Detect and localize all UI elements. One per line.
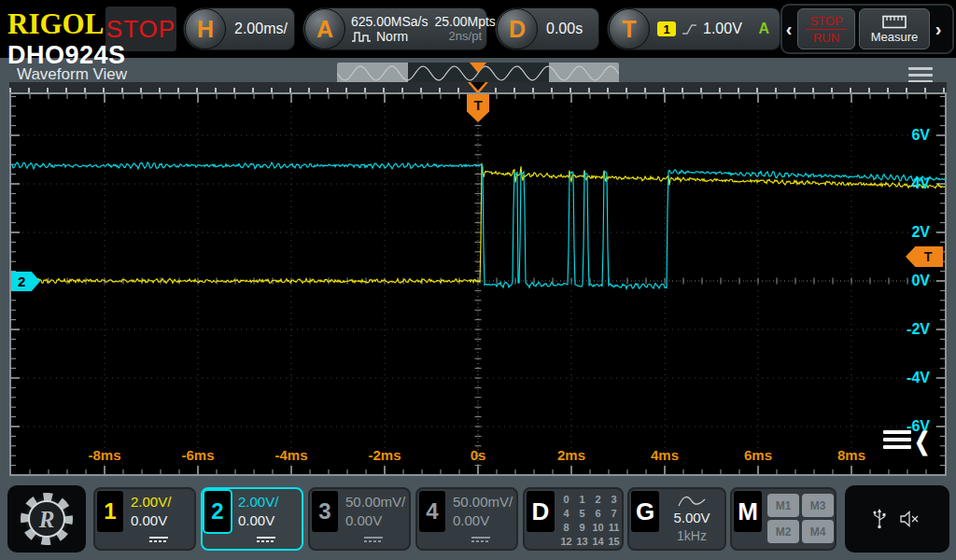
math-m3-button[interactable]: M3 [802, 494, 834, 517]
digital-channel-grid: 0123 4567 891011 12131415 [558, 493, 622, 548]
waveform-canvas [11, 94, 945, 474]
speaker-muted-icon [900, 511, 922, 527]
overview-trigger-marker-icon [470, 63, 486, 73]
channel-3-number: 3 [312, 491, 338, 532]
memory-depth: 25.00Mpts [435, 14, 496, 29]
x-axis-label: -6ms [181, 447, 214, 463]
generator-label: G [631, 491, 659, 532]
dc-coupling-icon [149, 537, 168, 542]
sample-rate: 625.00MSa/s [351, 14, 429, 29]
toolbar-cluster: ‹ STOP RUN Measure › [780, 4, 954, 54]
top-bar: RIGOL STOP H 2.00ms/ A 625.00MSa/s 25.00… [0, 0, 956, 58]
x-axis-label: 2ms [557, 447, 585, 463]
sample-resolution: 2ns/pt [449, 29, 482, 44]
trigger-position-triangle-inner [471, 82, 485, 91]
trigger-knob[interactable]: T [609, 8, 650, 49]
trigger-settings-button[interactable]: T 1 1.00V A [607, 7, 780, 50]
stop-run-line1: STOP [809, 14, 842, 28]
collapse-panel-icon[interactable]: ❮ [883, 430, 930, 453]
ruler-icon [882, 15, 907, 29]
gear-logo-icon: R [18, 490, 76, 548]
y-axis-label: 2V [883, 224, 930, 241]
delay-value: 0.00s [546, 21, 583, 37]
digital-label: D [527, 491, 555, 532]
y-axis-label: -2V [883, 321, 930, 338]
y-axis-label: 4V [883, 175, 930, 192]
math-m1-button[interactable]: M1 [767, 494, 799, 517]
measure-button[interactable]: Measure [859, 8, 930, 49]
trigger-source-badge: 1 [657, 21, 676, 36]
channel-4-panel[interactable]: 4 50.00mV/ 0.00V [415, 487, 518, 551]
waveform-overview-bar[interactable] [337, 63, 619, 84]
sine-wave-icon [678, 495, 706, 508]
rigol-gear-logo-button[interactable]: R [7, 485, 86, 553]
collapse-chevron: ❮ [914, 427, 930, 455]
math-m4-button[interactable]: M4 [802, 520, 834, 543]
channel-4-number: 4 [419, 491, 445, 532]
dc-coupling-icon [364, 537, 383, 542]
channel-2-number: 2 [204, 491, 231, 532]
usb-icon [872, 509, 887, 529]
horizontal-settings-button[interactable]: H 2.00ms/ [183, 7, 295, 50]
view-title: Waveform View [17, 65, 127, 84]
channel-1-offset: 0.00V [131, 512, 167, 528]
stop-run-button[interactable]: STOP RUN [797, 8, 855, 49]
timebase-scale: 2.00ms/ [234, 21, 288, 37]
math-m2-button[interactable]: M2 [767, 520, 799, 543]
channel-3-panel[interactable]: 3 50.00mV/ 0.00V [308, 487, 411, 551]
delay-knob[interactable]: D [497, 8, 538, 49]
y-axis-label: 0V [883, 273, 930, 289]
channel-3-offset: 0.00V [345, 512, 382, 528]
x-axis-label: 0s [471, 447, 486, 463]
stop-run-line2: RUN [813, 31, 839, 45]
stop-run-divider [806, 29, 847, 30]
channel-4-offset: 0.00V [453, 512, 489, 528]
digital-channels-panel[interactable]: D 0123 4567 891011 12131415 [523, 487, 624, 551]
trigger-sweep-mode: A [758, 21, 769, 37]
waveform-display[interactable]: T T 2 6V 4V 2V 0V -2V -4V -6V -8ms -6ms … [9, 92, 947, 476]
channel-2-offset: 0.00V [238, 512, 274, 528]
measure-label: Measure [871, 31, 919, 44]
x-axis-label: 8ms [837, 447, 865, 463]
delay-settings-button[interactable]: D 0.00s [495, 7, 599, 50]
x-axis-label: 4ms [651, 447, 679, 463]
generator-frequency: 1kHz [663, 528, 721, 543]
dc-coupling-icon [257, 537, 275, 542]
math-panel[interactable]: M M1 M3 M2 M4 [730, 487, 836, 551]
x-axis-label: -2ms [368, 447, 401, 463]
channel-2-panel[interactable]: 2 2.00V/ 0.00V [201, 487, 303, 551]
y-axis-label: 6V [883, 127, 930, 144]
math-label: M [734, 491, 762, 532]
toolbar-next-arrow[interactable]: › [932, 19, 945, 40]
acquire-mode: Norm [376, 29, 408, 44]
trigger-slope-icon [682, 22, 697, 36]
svg-text:R: R [38, 507, 55, 532]
generator-amplitude: 5.00V [663, 510, 721, 525]
channel-1-number: 1 [97, 491, 123, 532]
acquire-knob[interactable]: A [304, 8, 345, 49]
channel-3-scale: 50.00mV/ [345, 494, 405, 510]
status-panel [845, 485, 949, 553]
channel-4-scale: 50.00mV/ [453, 494, 513, 510]
dc-coupling-icon [471, 537, 490, 542]
x-axis-label: -4ms [274, 447, 307, 463]
x-axis-label: -8ms [88, 447, 120, 463]
channel-1-panel[interactable]: 1 2.00V/ 0.00V [93, 487, 196, 551]
toolbar-prev-arrow[interactable]: ‹ [782, 19, 795, 40]
trigger-level: 1.00V [703, 21, 742, 37]
channel-1-scale: 2.00V/ [131, 494, 171, 510]
x-axis-label: 6ms [744, 447, 772, 463]
horizontal-knob[interactable]: H [185, 8, 226, 49]
generator-panel[interactable]: G 5.00V 1kHz [627, 487, 726, 551]
pulse-icon [351, 31, 372, 43]
channel-2-scale: 2.00V/ [238, 494, 278, 510]
y-axis-label: -4V [883, 370, 930, 386]
rigol-logo: RIGOL [7, 7, 104, 41]
acquire-settings-button[interactable]: A 625.00MSa/s 25.00Mpts Norm 2ns/pt [302, 7, 487, 50]
